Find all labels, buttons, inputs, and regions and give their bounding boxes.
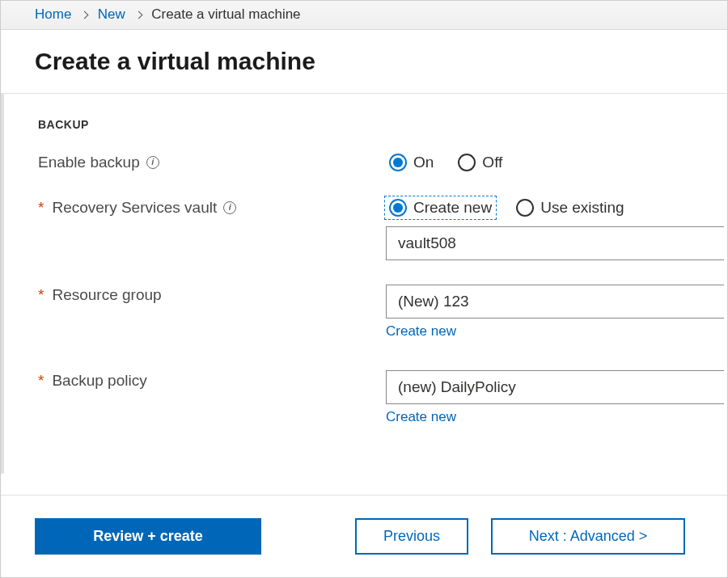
form-area: BACKUP Enable backup i On Off * Recovery… bbox=[1, 94, 727, 474]
breadcrumb-new[interactable]: New bbox=[98, 6, 125, 22]
info-icon[interactable]: i bbox=[146, 156, 159, 169]
row-enable-backup: Enable backup i On Off bbox=[38, 152, 727, 173]
radio-create-new-label: Create new bbox=[413, 199, 492, 217]
row-resource-group: * Resource group Create new bbox=[38, 285, 727, 340]
radio-vault-use-existing[interactable]: Use existing bbox=[513, 197, 628, 218]
required-indicator: * bbox=[38, 199, 44, 217]
chevron-right-icon bbox=[78, 7, 91, 23]
backup-policy-input[interactable] bbox=[386, 370, 724, 404]
breadcrumb-home[interactable]: Home bbox=[35, 6, 71, 22]
previous-button[interactable]: Previous bbox=[355, 518, 468, 555]
top-bar: Home New Create a virtual machine bbox=[1, 1, 727, 30]
row-vault-name bbox=[386, 226, 727, 260]
page-title: Create a virtual machine bbox=[35, 48, 711, 75]
label-resource-group: * Resource group bbox=[38, 285, 386, 304]
row-backup-policy: * Backup policy Create new bbox=[38, 370, 727, 425]
title-area: Create a virtual machine bbox=[1, 30, 727, 94]
label-vault-text: Recovery Services vault bbox=[52, 199, 217, 217]
radio-group-vault: Create new Use existing bbox=[386, 197, 726, 218]
next-advanced-button[interactable]: Next : Advanced > bbox=[491, 518, 685, 555]
section-header-backup: BACKUP bbox=[38, 118, 727, 131]
radio-vault-create-new[interactable]: Create new bbox=[386, 197, 495, 218]
breadcrumb: Home New Create a virtual machine bbox=[35, 6, 711, 23]
label-resource-group-text: Resource group bbox=[52, 286, 161, 304]
label-vault: * Recovery Services vault i bbox=[38, 197, 386, 217]
label-enable-backup-text: Enable backup bbox=[38, 154, 140, 171]
resource-group-create-new-link[interactable]: Create new bbox=[386, 323, 456, 340]
footer-bar: Review + create Previous Next : Advanced… bbox=[1, 495, 727, 577]
radio-group-enable-backup: On Off bbox=[386, 152, 726, 173]
vault-name-input[interactable] bbox=[386, 226, 724, 260]
radio-use-existing-label: Use existing bbox=[540, 199, 624, 217]
radio-backup-on[interactable]: On bbox=[386, 152, 437, 173]
review-create-button[interactable]: Review + create bbox=[35, 518, 261, 555]
resource-group-input[interactable] bbox=[386, 285, 724, 319]
row-vault: * Recovery Services vault i Create new U… bbox=[38, 197, 727, 218]
required-indicator: * bbox=[38, 372, 44, 390]
radio-off-label: Off bbox=[482, 154, 502, 171]
info-icon[interactable]: i bbox=[223, 201, 236, 214]
radio-circle-icon bbox=[516, 199, 534, 217]
radio-circle-icon bbox=[389, 199, 407, 217]
radio-circle-icon bbox=[458, 154, 476, 171]
required-indicator: * bbox=[38, 286, 44, 304]
chevron-right-icon bbox=[133, 7, 145, 23]
backup-policy-create-new-link[interactable]: Create new bbox=[386, 409, 456, 425]
radio-circle-icon bbox=[389, 154, 407, 171]
radio-backup-off[interactable]: Off bbox=[455, 152, 506, 173]
breadcrumb-current: Create a virtual machine bbox=[151, 6, 300, 22]
label-backup-policy: * Backup policy bbox=[38, 370, 386, 390]
label-enable-backup: Enable backup i bbox=[38, 152, 386, 171]
label-backup-policy-text: Backup policy bbox=[52, 372, 146, 390]
radio-on-label: On bbox=[413, 154, 434, 171]
